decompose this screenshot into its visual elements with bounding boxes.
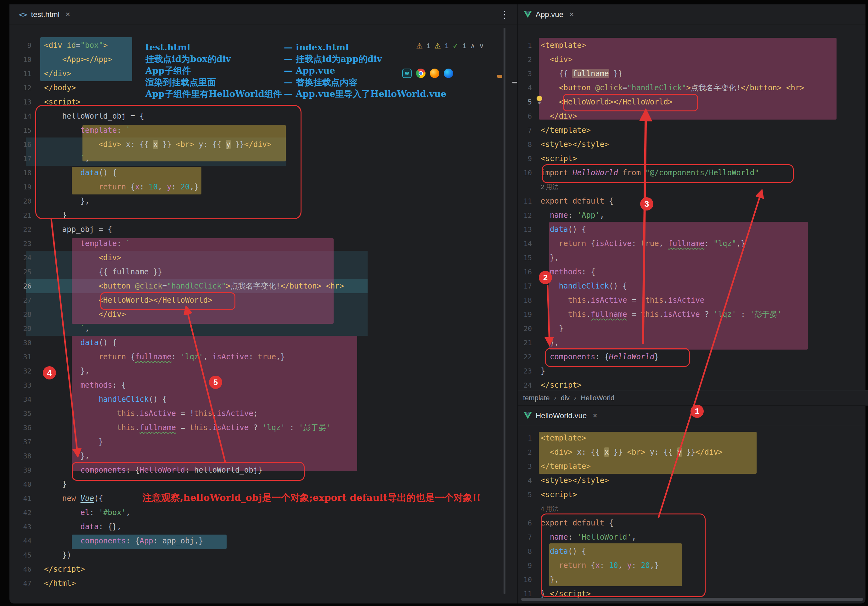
vertical-scrollbar[interactable] bbox=[504, 28, 505, 594]
code-line[interactable]: 35 this.isActive = !this.isActive; bbox=[9, 406, 517, 421]
line-number[interactable]: 22 bbox=[518, 350, 532, 364]
code-line[interactable]: 24 <div> bbox=[9, 251, 517, 265]
line-number[interactable]: 38 bbox=[9, 449, 31, 463]
code-line[interactable]: 31 return {fullname: 'lqz', isActive: tr… bbox=[9, 350, 517, 364]
line-number[interactable]: 40 bbox=[9, 477, 31, 491]
line-number[interactable]: 11 bbox=[518, 194, 532, 208]
tab-app-vue[interactable]: App.vue ✕ bbox=[521, 5, 578, 25]
line-number[interactable]: 3 bbox=[518, 459, 532, 474]
line-number[interactable]: 9 bbox=[518, 152, 532, 166]
code-line[interactable]: 37 } bbox=[9, 435, 517, 449]
tab-test-html[interactable]: <> test.html ✕ bbox=[16, 5, 74, 25]
code-line[interactable]: 47</html> bbox=[9, 577, 517, 591]
code-line[interactable]: 3 {{ fullname }} bbox=[518, 67, 865, 81]
code-line[interactable]: 12 name: 'App', bbox=[518, 208, 865, 222]
code-line[interactable]: 34 handleClick() { bbox=[9, 392, 517, 406]
line-number[interactable]: 16 bbox=[518, 265, 532, 279]
code-line[interactable]: 30 data() { bbox=[9, 336, 517, 350]
code-line[interactable]: 15 }, bbox=[518, 251, 865, 265]
code-line[interactable]: 3</template> bbox=[518, 459, 865, 474]
more-options-icon[interactable]: ⋮ bbox=[499, 8, 510, 20]
line-number[interactable]: 12 bbox=[518, 208, 532, 222]
line-number[interactable]: 28 bbox=[9, 307, 31, 322]
code-line[interactable]: 17 handleClick() { bbox=[518, 279, 865, 293]
line-number[interactable]: 12 bbox=[9, 81, 31, 95]
line-number[interactable]: 9 bbox=[9, 39, 31, 53]
line-number[interactable]: 15 bbox=[9, 123, 31, 138]
line-number[interactable]: 17 bbox=[518, 279, 532, 293]
line-number[interactable]: 6 bbox=[518, 109, 532, 123]
warning-stripe-marker[interactable] bbox=[497, 75, 502, 78]
line-number[interactable]: 19 bbox=[518, 307, 532, 322]
line-number[interactable]: 9 bbox=[518, 558, 532, 573]
code-line[interactable]: 45 }) bbox=[9, 548, 517, 562]
line-number[interactable]: 1 bbox=[518, 431, 532, 445]
intention-bulb-icon[interactable] bbox=[535, 95, 544, 106]
line-number[interactable]: 24 bbox=[518, 378, 532, 390]
line-number[interactable]: 8 bbox=[518, 544, 532, 558]
line-number[interactable]: 2 bbox=[518, 53, 532, 67]
code-line[interactable]: 1<template> bbox=[518, 431, 865, 445]
code-line[interactable]: 25 {{ fullname }} bbox=[9, 265, 517, 279]
line-number[interactable]: 3 bbox=[518, 67, 532, 81]
code-line[interactable]: 16 methods: { bbox=[518, 265, 865, 279]
next-problem-icon[interactable]: ∨ bbox=[479, 42, 484, 50]
code-line[interactable]: 24</script> bbox=[518, 378, 865, 390]
code-line[interactable]: 46</script> bbox=[9, 562, 517, 577]
code-line[interactable]: 23 template: ` bbox=[9, 237, 517, 251]
line-number[interactable]: 8 bbox=[518, 138, 532, 152]
code-line[interactable]: 4<style></style> bbox=[518, 474, 865, 488]
editor-app-vue[interactable]: 1<template>2 <div>3 {{ fullname }}4 <but… bbox=[518, 25, 865, 390]
close-tab-icon[interactable]: ✕ bbox=[592, 412, 598, 419]
line-number[interactable]: 31 bbox=[9, 350, 31, 364]
line-number[interactable]: 25 bbox=[9, 265, 31, 279]
line-number[interactable]: 42 bbox=[9, 505, 31, 520]
line-number[interactable]: 24 bbox=[9, 251, 31, 265]
code-line[interactable]: 20 } bbox=[518, 322, 865, 336]
horizontal-scrollbar[interactable] bbox=[521, 598, 863, 601]
line-number[interactable]: 32 bbox=[9, 364, 31, 378]
line-number[interactable]: 20 bbox=[518, 322, 532, 336]
line-number[interactable]: 44 bbox=[9, 534, 31, 548]
line-number[interactable]: 33 bbox=[9, 378, 31, 392]
line-number[interactable]: 26 bbox=[9, 279, 31, 293]
code-line[interactable]: 8<style></style> bbox=[518, 138, 865, 152]
line-number[interactable]: 18 bbox=[518, 293, 532, 307]
code-line[interactable]: 2 <div> bbox=[518, 53, 865, 67]
line-number[interactable]: 1 bbox=[518, 39, 532, 53]
line-number[interactable]: 17 bbox=[9, 152, 31, 166]
line-number[interactable]: 5 bbox=[518, 95, 532, 109]
line-number[interactable]: 41 bbox=[9, 491, 31, 505]
line-number[interactable]: 13 bbox=[518, 222, 532, 237]
breadcrumb-item-template[interactable]: template bbox=[523, 394, 550, 402]
code-line[interactable]: 5<script> bbox=[518, 488, 865, 502]
code-line[interactable]: 32 }, bbox=[9, 364, 517, 378]
code-line[interactable]: 43 data: {}, bbox=[9, 520, 517, 534]
code-line[interactable]: 38 }, bbox=[9, 449, 517, 463]
line-number[interactable]: 45 bbox=[9, 548, 31, 562]
line-number[interactable]: 22 bbox=[9, 222, 31, 237]
line-number[interactable]: 43 bbox=[9, 520, 31, 534]
line-number[interactable]: 27 bbox=[9, 293, 31, 307]
code-line[interactable]: 9<script> bbox=[518, 152, 865, 166]
ok-count[interactable]: 1 bbox=[463, 42, 467, 50]
line-number[interactable]: 30 bbox=[9, 336, 31, 350]
line-number[interactable]: 29 bbox=[9, 322, 31, 336]
line-number[interactable]: 21 bbox=[9, 208, 31, 222]
line-number[interactable]: 34 bbox=[9, 392, 31, 406]
line-number[interactable]: 37 bbox=[9, 435, 31, 449]
line-number[interactable]: 19 bbox=[9, 180, 31, 194]
close-tab-icon[interactable]: ✕ bbox=[569, 11, 574, 18]
line-number[interactable]: 14 bbox=[518, 237, 532, 251]
code-line[interactable]: 33 methods: { bbox=[9, 378, 517, 392]
code-line[interactable]: 28 </div> bbox=[9, 307, 517, 322]
ok-check-icon[interactable]: ✓ bbox=[453, 42, 459, 50]
code-line[interactable]: 29 `, bbox=[9, 322, 517, 336]
line-number[interactable]: 47 bbox=[9, 577, 31, 591]
line-number[interactable]: 13 bbox=[9, 95, 31, 109]
code-line[interactable]: 11export default { bbox=[518, 194, 865, 208]
code-line[interactable]: 18 this.isActive = !this.isActive bbox=[518, 293, 865, 307]
line-number[interactable]: 11 bbox=[9, 67, 31, 81]
code-line[interactable]: 13 data() { bbox=[518, 222, 865, 237]
pane-divider[interactable] bbox=[517, 5, 518, 603]
